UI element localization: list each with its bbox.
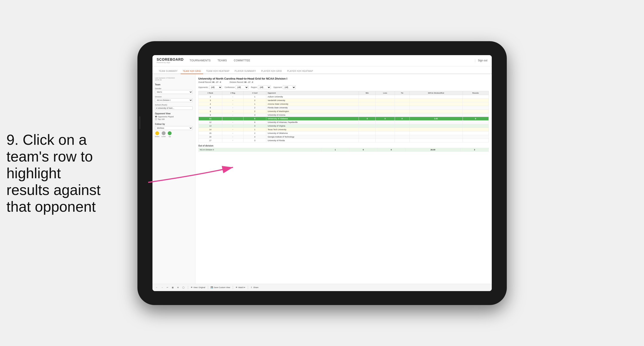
cell-diff — [410, 135, 462, 139]
table-row[interactable]: 17 - 3 University of Florida — [198, 139, 488, 142]
view-original-btn[interactable]: 👁 View: Original — [191, 286, 205, 289]
gender-select[interactable]: Men's — [155, 90, 192, 94]
reset-btn[interactable]: ↩ — [166, 286, 169, 289]
col-conf: # Conf — [243, 91, 266, 95]
tab-team-h2h-heatmap[interactable]: TEAM H2H HEATMAP — [204, 69, 232, 74]
col-loss: Loss — [376, 91, 395, 95]
tab-player-summary[interactable]: PLAYER SUMMARY — [232, 69, 258, 74]
division-select[interactable]: NCAA Division I — [155, 98, 192, 102]
cell-tie: 0 — [395, 117, 410, 120]
circle-btn[interactable]: ◯ — [182, 286, 185, 289]
table-row[interactable]: 11 - 5 University of Alabama 3 0 0 2.61 … — [198, 117, 488, 120]
nav-link-committee[interactable]: COMMITTEE — [233, 59, 251, 62]
cell-rank: 6 — [198, 106, 222, 109]
annotation-area: 9. Click on a team's row to highlight re… — [6, 131, 103, 215]
table-row[interactable]: 13 - 3 University of Virginia — [198, 124, 488, 128]
sign-out-link[interactable]: Sign out — [478, 59, 487, 62]
table-row[interactable]: 3 - 2 Vanderbilt University — [198, 98, 488, 102]
cell-diff — [410, 131, 462, 135]
radio-opponents-played[interactable]: Opponents Played — [155, 116, 192, 118]
save-label: Save Custom View — [214, 286, 230, 289]
share-label: Share — [253, 286, 258, 289]
sidebar-gender-label: Gender — [155, 87, 192, 90]
cell-conf: 2 — [243, 98, 266, 102]
undo-btn[interactable]: ← — [155, 286, 159, 289]
cell-loss — [376, 109, 395, 113]
radio-top100[interactable]: Top 100 — [155, 118, 192, 120]
tablet-frame: SCOREBOARD Powered by clippi TOURNAMENTS… — [138, 41, 507, 305]
cell-conf: 3 — [243, 124, 266, 128]
tab-team-summary[interactable]: TEAM SUMMARY — [157, 69, 180, 74]
radio-label-top100: Top 100 — [158, 118, 165, 120]
cell-opponent: Texas Tech University — [266, 128, 359, 131]
cell-reg: - — [222, 95, 243, 98]
sub-nav: TEAM SUMMARY TEAM H2H GRID TEAM H2H HEAT… — [152, 66, 492, 74]
cell-win — [359, 98, 376, 102]
cell-win — [359, 113, 376, 117]
sidebar-division-label: Division — [155, 96, 192, 98]
table-row[interactable]: 9 - 3 University of Arizona — [198, 113, 488, 117]
opponents-label: Opponents: — [198, 86, 208, 88]
share-btn[interactable]: ⇧ Share — [250, 286, 258, 289]
nav-link-tournaments[interactable]: TOURNAMENTS — [189, 59, 212, 62]
cell-opponent: Auburn University — [266, 95, 359, 98]
legend-dot-level — [162, 131, 166, 135]
cell-rank: 12 — [198, 120, 222, 124]
table-row[interactable]: 12 - 6 University of Arkansas, Fayettevi… — [198, 120, 488, 124]
nav-right: | Sign out — [475, 59, 488, 62]
cell-rounds — [462, 113, 488, 117]
cell-conf: 1 — [243, 128, 266, 131]
cell-tie — [395, 102, 410, 106]
cell-diff: 26.00 — [405, 148, 460, 151]
watch-btn[interactable]: 👁 Watch ▾ — [236, 286, 246, 289]
tab-player-h2h-grid[interactable]: PLAYER H2H GRID — [259, 69, 284, 74]
cell-win — [359, 128, 376, 131]
cell-rounds — [462, 102, 488, 106]
table-row[interactable]: 2 - 1 Auburn University — [198, 95, 488, 98]
logo-area: SCOREBOARD Powered by clippi — [157, 58, 184, 63]
nav-link-teams[interactable]: TEAMS — [217, 59, 228, 62]
cell-conf: 6 — [243, 120, 266, 124]
cell-rank: 3 — [198, 98, 222, 102]
cell-rounds — [462, 135, 488, 139]
table-row[interactable]: 6 - 2 Florida State University — [198, 106, 488, 109]
cell-opponent: University of Washington — [266, 109, 359, 113]
cell-tie — [395, 98, 410, 102]
cell-diff — [410, 98, 462, 102]
annotation-text: 9. Click on a team's row to highlight re… — [6, 131, 103, 215]
tab-team-h2h-grid[interactable]: TEAM H2H GRID — [180, 69, 203, 74]
table-row[interactable]: 4 - 1 Arizona State University — [198, 102, 488, 106]
opponent-view-label: Opponent View — [155, 112, 192, 115]
grid-btn[interactable]: ▦ — [171, 286, 174, 289]
cell-conf: 1 — [243, 95, 266, 98]
conference-select[interactable]: (All) — [236, 85, 248, 89]
opponent-select[interactable]: (All) — [283, 85, 296, 89]
cell-opponent: University of Virginia — [266, 124, 359, 128]
opponents-select[interactable]: (All) — [209, 85, 222, 89]
cell-rank: 2 — [198, 95, 222, 98]
redo-btn[interactable]: → — [160, 286, 164, 289]
region-select[interactable]: (All) — [258, 85, 271, 89]
cell-reg: - — [222, 117, 243, 120]
table-row[interactable]: 8 - 2 University of Washington — [198, 109, 488, 113]
cell-win — [359, 102, 376, 106]
save-icon: 💾 — [211, 286, 213, 289]
radio-dot-top100 — [155, 118, 157, 120]
overall-record: Overall Record: 89 - 17 - 0 — [198, 81, 221, 83]
cell-tie — [395, 95, 410, 98]
table-row[interactable]: 15 - 2 University of Oklahoma — [198, 131, 488, 135]
colour-by-select[interactable]: Win/loss — [155, 126, 192, 130]
school-value: 4 University of Nort... — [155, 106, 192, 110]
table-row[interactable]: 16 - 4 Georgia Institute of Technology — [198, 135, 488, 139]
cell-opponent: University of Arkansas, Fayetteville — [266, 120, 359, 124]
save-custom-view-btn[interactable]: 💾 Save Custom View — [211, 286, 230, 289]
cell-conf: 2 — [243, 131, 266, 135]
cell-tie — [395, 135, 410, 139]
tab-player-h2h-heatmap[interactable]: PLAYER H2H HEATMAP — [285, 69, 315, 74]
out-div-row[interactable]: NCAA Division II 1 0 0 26.00 3 — [198, 148, 488, 151]
cell-tie — [395, 139, 410, 142]
filters-row: Opponents: (All) Conference (All) Region — [198, 85, 489, 89]
table-row[interactable]: 14 - 1 Texas Tech University — [198, 128, 488, 131]
plus-btn[interactable]: ⊕ — [176, 286, 180, 289]
cell-reg: - — [222, 113, 243, 117]
